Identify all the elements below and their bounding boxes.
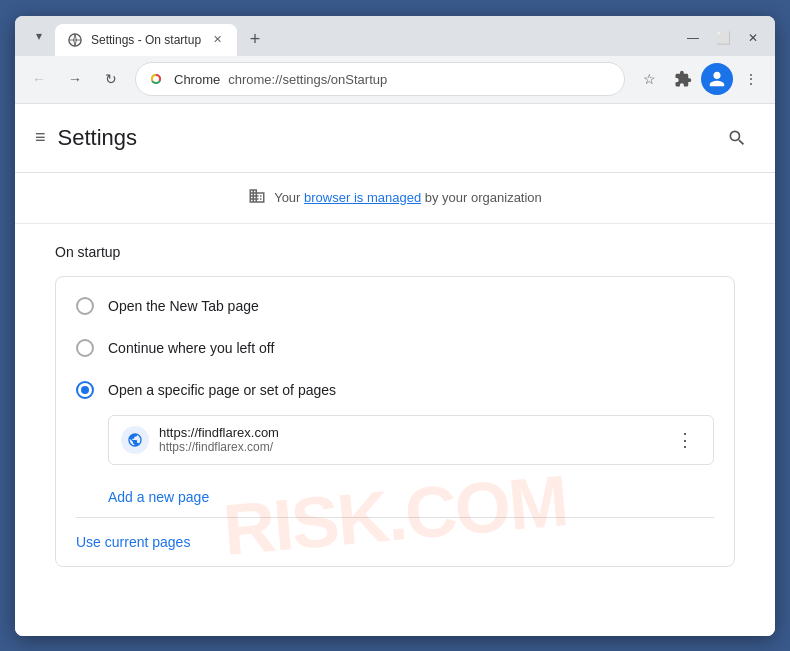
startup-page-item: https://findflarex.com https://findflare…	[108, 415, 714, 465]
radio-dot	[81, 386, 89, 394]
toolbar: ← → ↻ Chrome chrome://settings/onStartup…	[15, 56, 775, 104]
option-continue[interactable]: Continue where you left off	[56, 327, 734, 369]
option-new-tab-label: Open the New Tab page	[108, 298, 259, 314]
settings-content: On startup Open the New Tab page Continu…	[15, 224, 775, 599]
minimize-btn[interactable]: —	[679, 24, 707, 52]
page-globe-icon	[121, 426, 149, 454]
managed-text: Your browser is managed by your organiza…	[274, 190, 542, 205]
svg-point-3	[153, 76, 159, 82]
page-url-info: https://findflarex.com https://findflare…	[159, 425, 659, 454]
new-tab-btn[interactable]: +	[241, 26, 269, 54]
settings-header: ≡ Settings	[15, 104, 775, 173]
building-icon	[248, 187, 266, 209]
managed-link[interactable]: browser is managed	[304, 190, 421, 205]
radio-continue[interactable]	[76, 339, 94, 357]
options-card: Open the New Tab page Continue where you…	[55, 276, 735, 567]
tab-favicon	[67, 32, 83, 48]
divider	[76, 517, 714, 518]
bookmark-btn[interactable]: ☆	[633, 63, 665, 95]
omnibar-url: chrome://settings/onStartup	[228, 72, 612, 87]
radio-new-tab[interactable]	[76, 297, 94, 315]
forward-btn[interactable]: →	[59, 63, 91, 95]
content-area: ≡ Settings Your browser	[15, 104, 775, 636]
page-title: Settings	[58, 125, 138, 151]
toolbar-actions: ☆ ⋮	[633, 63, 767, 95]
page-url-sub: https://findflarex.com/	[159, 440, 659, 454]
radio-specific[interactable]	[76, 381, 94, 399]
tab-close-btn[interactable]: ✕	[209, 32, 225, 48]
page-url-main: https://findflarex.com	[159, 425, 659, 440]
menu-btn[interactable]: ⋮	[735, 63, 767, 95]
sidebar-toggle-btn[interactable]: ≡	[35, 127, 46, 148]
title-bar: ▾ Settings - On startup ✕ + — ⬜ ✕	[15, 16, 775, 56]
option-specific[interactable]: Open a specific page or set of pages	[56, 369, 734, 411]
use-current-pages-link[interactable]: Use current pages	[56, 526, 734, 558]
omnibar[interactable]: Chrome chrome://settings/onStartup	[135, 62, 625, 96]
tab-dropdown-btn[interactable]: ▾	[23, 20, 55, 52]
search-btn[interactable]	[719, 120, 755, 156]
close-btn[interactable]: ✕	[739, 24, 767, 52]
window-controls: — ⬜ ✕	[679, 24, 767, 56]
add-new-page-link[interactable]: Add a new page	[56, 481, 734, 509]
extensions-btn[interactable]	[667, 63, 699, 95]
refresh-btn[interactable]: ↻	[95, 63, 127, 95]
option-new-tab[interactable]: Open the New Tab page	[56, 285, 734, 327]
option-specific-label: Open a specific page or set of pages	[108, 382, 336, 398]
maximize-btn[interactable]: ⬜	[709, 24, 737, 52]
profile-btn[interactable]	[701, 63, 733, 95]
section-title: On startup	[55, 244, 735, 260]
chrome-label: Chrome	[174, 72, 220, 87]
back-btn[interactable]: ←	[23, 63, 55, 95]
option-continue-label: Continue where you left off	[108, 340, 274, 356]
active-tab[interactable]: Settings - On startup ✕	[55, 24, 237, 56]
managed-notice: Your browser is managed by your organiza…	[15, 173, 775, 224]
page-more-btn[interactable]: ⋮	[669, 424, 701, 456]
tab-title: Settings - On startup	[91, 33, 201, 47]
startup-pages: https://findflarex.com https://findflare…	[56, 411, 734, 481]
chrome-icon	[148, 70, 166, 88]
settings-header-left: ≡ Settings	[35, 125, 137, 151]
tab-strip: ▾ Settings - On startup ✕ +	[23, 20, 679, 56]
content-wrapper: ≡ Settings Your browser	[15, 104, 775, 636]
